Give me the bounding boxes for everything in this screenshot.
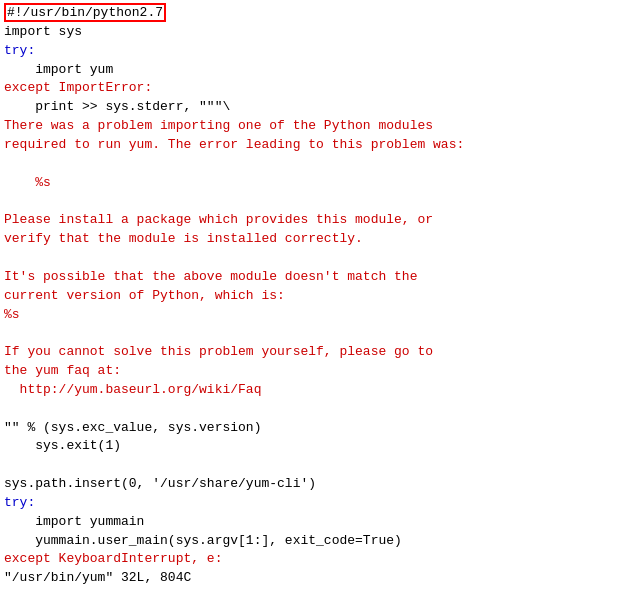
shebang-text: #!/usr/bin/python2.7 <box>7 5 163 20</box>
line-5: except ImportError: <box>4 79 617 98</box>
line-8: required to run yum. The error leading t… <box>4 136 617 155</box>
line-30: except KeyboardInterrupt, e: <box>4 550 617 569</box>
line-21: http://yum.baseurl.org/wiki/Faq <box>4 381 617 400</box>
line-11 <box>4 192 617 211</box>
line-27: try: <box>4 494 617 513</box>
line-20: the yum faq at: <box>4 362 617 381</box>
line-19: If you cannot solve this problem yoursel… <box>4 343 617 362</box>
line-9 <box>4 155 617 174</box>
line-26: sys.path.insert(0, '/usr/share/yum-cli') <box>4 475 617 494</box>
line-shebang: #!/usr/bin/python2.7 <box>4 4 617 23</box>
line-10: %s <box>4 174 617 193</box>
line-12: Please install a package which provides … <box>4 211 617 230</box>
line-14 <box>4 249 617 268</box>
line-15: It's possible that the above module does… <box>4 268 617 287</box>
line-18 <box>4 324 617 343</box>
line-6: print >> sys.stderr, """\ <box>4 98 617 117</box>
line-25 <box>4 456 617 475</box>
line-31-status: "/usr/bin/yum" 32L, 804C <box>4 569 617 588</box>
line-7: There was a problem importing one of the… <box>4 117 617 136</box>
line-2: import sys <box>4 23 617 42</box>
line-28: import yummain <box>4 513 617 532</box>
code-editor: #!/usr/bin/python2.7 import sys try: imp… <box>0 0 621 591</box>
line-13: verify that the module is installed corr… <box>4 230 617 249</box>
line-23: "" % (sys.exc_value, sys.version) <box>4 419 617 438</box>
line-24: sys.exit(1) <box>4 437 617 456</box>
line-16: current version of Python, which is: <box>4 287 617 306</box>
line-3: try: <box>4 42 617 61</box>
shebang-highlight: #!/usr/bin/python2.7 <box>4 3 166 22</box>
line-22 <box>4 400 617 419</box>
line-4: import yum <box>4 61 617 80</box>
line-17: %s <box>4 306 617 325</box>
line-29: yummain.user_main(sys.argv[1:], exit_cod… <box>4 532 617 551</box>
